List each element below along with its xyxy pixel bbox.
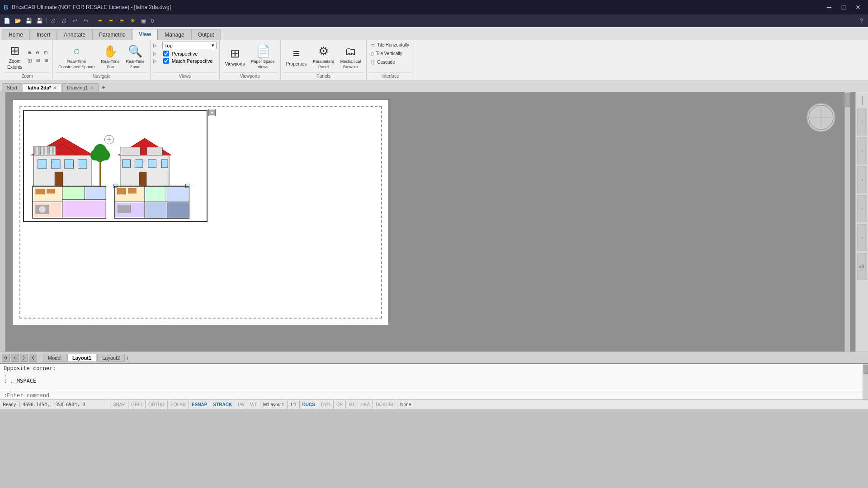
viewports-button[interactable]: ⊞ Viewports bbox=[222, 45, 248, 68]
tab-home[interactable]: Home bbox=[2, 29, 30, 40]
zoom-btn-1[interactable]: ⊕ bbox=[26, 49, 33, 56]
command-scrollbar[interactable] bbox=[863, 364, 868, 399]
zoom-btn-4[interactable]: ◫ bbox=[26, 57, 33, 64]
properties-icon: ≡ bbox=[293, 47, 300, 61]
tab-output[interactable]: Output bbox=[191, 29, 221, 40]
layout-tab-model[interactable]: Model bbox=[43, 354, 66, 362]
qa-light3[interactable]: ☀ bbox=[117, 16, 127, 26]
layout-tab-add[interactable]: + bbox=[126, 354, 129, 361]
canvas-area[interactable] bbox=[5, 92, 855, 352]
qa-save[interactable]: 💾 bbox=[24, 16, 33, 26]
right-panel-btn-2[interactable]: ≡ bbox=[857, 137, 867, 164]
status-dokubl[interactable]: DOKUBL bbox=[373, 400, 397, 409]
qa-redo[interactable]: ↪ bbox=[81, 16, 91, 26]
status-grid[interactable]: GRID bbox=[128, 400, 146, 409]
layout-nav-prev[interactable]: ⟨ bbox=[11, 354, 19, 362]
qa-sep2 bbox=[93, 17, 93, 24]
parameters-panel-button[interactable]: ⚙ Parameters Panel bbox=[310, 43, 337, 70]
doc-tab-drawing1[interactable]: Drawing1 ✕ bbox=[62, 83, 98, 92]
status-ducs[interactable]: DUCS bbox=[300, 400, 318, 409]
status-lw[interactable]: LW bbox=[235, 400, 247, 409]
status-esnap[interactable]: ESNAP bbox=[189, 400, 210, 409]
scrollbar-thumb-v[interactable] bbox=[845, 93, 850, 107]
doc-tab-latha[interactable]: latha 2da* ✕ bbox=[23, 83, 61, 92]
cascade-button[interactable]: ◫ Cascade bbox=[369, 59, 396, 66]
doc-tab-start[interactable]: Start bbox=[2, 83, 22, 92]
right-panel-btn-1[interactable]: ≡ bbox=[857, 108, 867, 136]
tab-manage[interactable]: Manage bbox=[158, 29, 191, 40]
realtime-zoom-button[interactable]: 🔍 Real-Time Zoom bbox=[123, 43, 147, 70]
layout-nav-first[interactable]: ⟨⟨ bbox=[2, 354, 10, 362]
status-qp[interactable]: QP bbox=[334, 400, 346, 409]
layout-nav-last[interactable]: ⟩⟩ bbox=[29, 354, 37, 362]
tile-horizontally-button[interactable]: ▭ Tile Horizontally bbox=[369, 42, 411, 48]
minimize-button[interactable]: ─ bbox=[823, 2, 835, 12]
zoom-btn-3[interactable]: ⊡ bbox=[42, 49, 49, 56]
command-input[interactable] bbox=[7, 392, 864, 399]
viewcube[interactable] bbox=[807, 103, 835, 132]
qa-light[interactable]: ☀ bbox=[95, 16, 105, 26]
tile-vertically-button[interactable]: ▯ Tile Vertically bbox=[369, 50, 404, 57]
status-dyn[interactable]: DYN bbox=[318, 400, 334, 409]
view-dropdown[interactable]: Top ▾ bbox=[162, 42, 217, 49]
qa-print2[interactable]: 🖨 bbox=[59, 16, 69, 26]
maximize-button[interactable]: □ bbox=[837, 2, 850, 12]
right-panel-btn-5[interactable]: ≡ bbox=[857, 224, 867, 251]
svg-rect-28 bbox=[161, 160, 168, 168]
status-scale[interactable]: 1:1 bbox=[288, 400, 300, 409]
tab-parametric[interactable]: Parametric bbox=[92, 29, 132, 40]
perspective-checkbox[interactable] bbox=[163, 51, 169, 56]
layout-tab-layout2[interactable]: Layout2 bbox=[97, 354, 125, 362]
status-snap[interactable]: SNAP bbox=[110, 400, 128, 409]
svg-rect-9 bbox=[55, 172, 63, 186]
status-none[interactable]: None bbox=[397, 400, 414, 409]
constrained-sphere-button[interactable]: ○ Real-Time Constrained Sphere bbox=[56, 43, 97, 70]
qa-open[interactable]: 📂 bbox=[13, 16, 23, 26]
qa-help[interactable]: ? bbox=[856, 16, 866, 26]
zoom-btn-2[interactable]: ⊖ bbox=[34, 49, 41, 56]
latha-tab-close[interactable]: ✕ bbox=[53, 85, 57, 90]
status-rt[interactable]: RT bbox=[346, 400, 358, 409]
zoom-extents-button[interactable]: ⊞ Zoom Extents bbox=[5, 42, 25, 71]
svg-rect-27 bbox=[148, 160, 156, 168]
status-ortho[interactable]: ORTHO bbox=[146, 400, 168, 409]
qa-light4[interactable]: ☀ bbox=[127, 16, 137, 26]
svg-rect-59 bbox=[118, 205, 131, 213]
drawing1-tab-close[interactable]: ✕ bbox=[90, 85, 94, 90]
mechanical-browser-button[interactable]: 🗂 Mechanical Browser bbox=[338, 43, 364, 70]
qa-new[interactable]: 📄 bbox=[2, 16, 12, 26]
right-panel-btn-3[interactable]: ≡ bbox=[857, 166, 867, 193]
right-panel-btn-fx[interactable]: f() bbox=[857, 253, 867, 280]
match-perspective-checkbox[interactable] bbox=[163, 58, 169, 64]
tab-insert[interactable]: Insert bbox=[30, 29, 57, 40]
svg-rect-43 bbox=[47, 189, 55, 193]
paper-space-button[interactable]: 📄 Paper Space Views bbox=[249, 43, 278, 70]
qa-undo[interactable]: ↩ bbox=[70, 16, 80, 26]
qa-fill[interactable]: ▣ bbox=[138, 16, 148, 26]
zoom-btn-5[interactable]: ⊟ bbox=[34, 57, 42, 64]
status-coords[interactable]: 4690.1454, 1350.6904, 0 bbox=[20, 400, 110, 409]
command-scroll-thumb[interactable] bbox=[863, 365, 868, 374]
vertical-scrollbar[interactable] bbox=[844, 92, 850, 352]
properties-button[interactable]: ≡ Properties bbox=[283, 45, 310, 68]
svg-rect-12 bbox=[39, 146, 41, 155]
layout-tab-layout1[interactable]: Layout1 bbox=[67, 354, 96, 362]
right-panel-btn-4[interactable]: ≡ bbox=[857, 195, 867, 222]
tab-view[interactable]: View bbox=[132, 29, 158, 40]
zoom-btn-6[interactable]: ⊞ bbox=[42, 57, 50, 64]
realtime-pan-button[interactable]: ✋ Real-Time Pan bbox=[98, 43, 122, 70]
close-button[interactable]: ✕ bbox=[852, 2, 864, 12]
viewport-handle[interactable] bbox=[208, 109, 216, 116]
status-hka[interactable]: HKA bbox=[358, 400, 373, 409]
qa-light2[interactable]: ☀ bbox=[106, 16, 116, 26]
status-polar[interactable]: POLAR bbox=[168, 400, 189, 409]
status-mlayout[interactable]: M:Layout1 bbox=[260, 400, 288, 409]
new-tab-button[interactable]: + bbox=[99, 83, 108, 92]
layout-nav-next[interactable]: ⟩ bbox=[20, 354, 28, 362]
command-line-2: . bbox=[4, 371, 864, 378]
tab-annotate[interactable]: Annotate bbox=[57, 29, 92, 40]
qa-saveas[interactable]: 💾 bbox=[34, 16, 44, 26]
status-wt[interactable]: WT bbox=[247, 400, 260, 409]
qa-print[interactable]: 🖨 bbox=[48, 16, 58, 26]
status-strack[interactable]: STRACK bbox=[210, 400, 235, 409]
